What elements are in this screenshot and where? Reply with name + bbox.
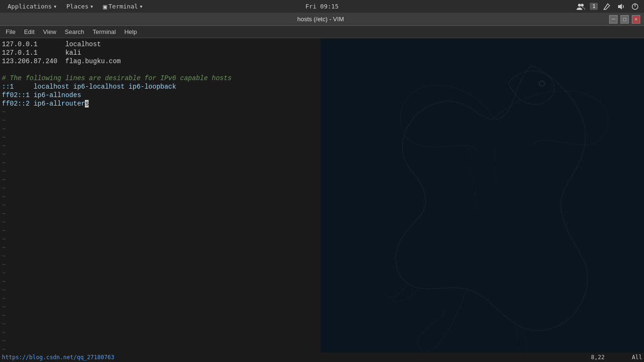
clock-time: Fri 09:15 [305, 3, 339, 10]
menu-edit[interactable]: Edit [20, 27, 38, 36]
svg-point-0 [578, 4, 581, 7]
vim-line-1: 127.0.0.1 localhost [0, 40, 321, 49]
minimize-button[interactable]: ─ [609, 15, 618, 24]
vim-tilde-6: ~ [0, 150, 321, 159]
svg-point-1 [581, 4, 584, 7]
vim-window-controls: ─ □ ✕ [609, 15, 640, 24]
vim-tilde-8: ~ [0, 167, 321, 176]
volume-icon[interactable] [616, 1, 626, 12]
vim-tilde-2: ~ [0, 116, 321, 125]
vim-titlebar: hosts (/etc) - VIM ─ □ ✕ [0, 13, 644, 26]
vim-tilde-24: ~ [0, 303, 321, 312]
menu-search[interactable]: Search [61, 27, 88, 36]
vim-menubar: File Edit View Search Terminal Help [0, 26, 644, 38]
vim-editor-area[interactable]: 127.0.0.1 localhost 127.0.1.1 kali 123.2… [0, 38, 644, 362]
vim-tilde-15: ~ [0, 227, 321, 235]
close-button[interactable]: ✕ [632, 15, 640, 24]
vim-tilde-22: ~ [0, 286, 321, 295]
vim-tilde-13: ~ [0, 210, 321, 218]
menu-view[interactable]: View [39, 27, 60, 36]
vim-tilde-19: ~ [0, 261, 321, 269]
vim-tilde-21: ~ [0, 278, 321, 286]
places-arrow: ▾ [90, 3, 94, 10]
vim-tilde-3: ~ [0, 125, 321, 133]
system-bar-right: 1 [576, 1, 640, 12]
status-url: https://blog.csdn.net/qq_27180763 [2, 354, 114, 361]
vim-tilde-20: ~ [0, 269, 321, 278]
vim-line-3: 123.206.87.240 flag.bugku.com [0, 57, 321, 66]
applications-menu[interactable]: Applications ▾ [4, 2, 61, 11]
maximize-button[interactable]: □ [620, 15, 629, 24]
vim-line-7: ff02::1 ip6-allnodes [0, 91, 321, 99]
vim-text-content: 127.0.0.1 localhost 127.0.1.1 kali 123.2… [0, 38, 321, 362]
vim-statusbar: https://blog.csdn.net/qq_27180763 8,22 A… [0, 353, 644, 362]
vim-line-4 [0, 66, 321, 74]
places-label: Places [66, 3, 89, 10]
vim-tilde-17: ~ [0, 244, 321, 252]
terminal-icon: ▣ [103, 3, 107, 10]
status-all: All [632, 354, 642, 361]
vim-content: ZIP 1.zip [0, 38, 644, 362]
applications-label: Applications [8, 3, 52, 10]
vim-tilde-11: ~ [0, 193, 321, 201]
menu-help[interactable]: Help [121, 27, 141, 36]
terminal-menu[interactable]: ▣ Terminal ▾ [99, 2, 147, 11]
vim-cursor: s [85, 100, 89, 107]
workspace-badge[interactable]: 1 [590, 3, 598, 10]
menu-file[interactable]: File [2, 27, 19, 36]
vim-tilde-5: ~ [0, 142, 321, 150]
vim-tilde-27: ~ [0, 329, 321, 337]
vim-window: hosts (/etc) - VIM ─ □ ✕ File Edit View … [0, 13, 644, 362]
terminal-arrow: ▾ [140, 3, 143, 10]
svg-marker-2 [618, 4, 622, 9]
status-line-col: 8,22 [591, 354, 605, 361]
power-icon[interactable] [630, 1, 640, 12]
vim-tilde-4: ~ [0, 133, 321, 142]
users-icon[interactable] [576, 1, 586, 12]
vim-tilde-9: ~ [0, 176, 321, 184]
vim-line-8: ff02::2 ip6-allrouters [0, 99, 321, 108]
vim-tilde-23: ~ [0, 295, 321, 303]
vim-line-6: ::1 localhost ip6-localhost ip6-loopback [0, 82, 321, 91]
system-clock: Fri 09:15 [305, 3, 339, 10]
vim-tilde-14: ~ [0, 218, 321, 227]
vim-line-2: 127.0.1.1 kali [0, 49, 321, 57]
vim-tilde-7: ~ [0, 159, 321, 167]
vim-tilde-12: ~ [0, 201, 321, 210]
vim-tilde-26: ~ [0, 320, 321, 329]
vim-tilde-25: ~ [0, 312, 321, 320]
vim-tilde-1: ~ [0, 108, 321, 116]
pen-icon [602, 1, 612, 12]
terminal-label: Terminal [108, 3, 138, 10]
applications-arrow: ▾ [53, 3, 57, 10]
vim-tilde-10: ~ [0, 184, 321, 193]
vim-tilde-28: ~ [0, 337, 321, 346]
system-bar-left: Applications ▾ Places ▾ ▣ Terminal ▾ [4, 2, 147, 11]
status-position: 8,22 All [591, 354, 642, 361]
vim-tilde-16: ~ [0, 235, 321, 244]
system-bar: Applications ▾ Places ▾ ▣ Terminal ▾ Fri… [0, 0, 644, 13]
places-menu[interactable]: Places ▾ [63, 2, 98, 11]
vim-title: hosts (/etc) - VIM [32, 16, 609, 23]
vim-tilde-18: ~ [0, 252, 321, 261]
menu-terminal[interactable]: Terminal [89, 27, 120, 36]
vim-line-5: # The following lines are desirable for … [0, 74, 321, 82]
